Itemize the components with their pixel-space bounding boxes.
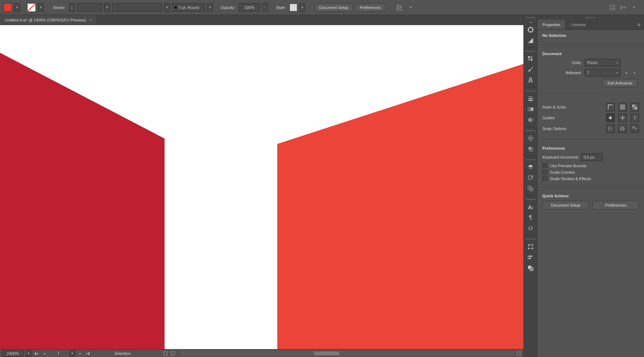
transparency-panel-icon[interactable] [524,115,537,125]
libraries-tab[interactable]: Libraries [566,20,591,29]
color-guide-panel-icon[interactable] [524,35,537,46]
dock-grip-7[interactable] [524,237,537,241]
gradient-panel-icon[interactable] [524,104,537,115]
align-flyout-dropdown[interactable]: ▾ [408,3,414,12]
artboard-number-input[interactable]: 7 [49,350,67,357]
transparency-grid-icon[interactable] [630,103,639,111]
svg-rect-38 [528,248,529,249]
grid-toggle-icon[interactable] [618,103,627,111]
show-guides-icon[interactable] [606,114,615,122]
stroke-color-dropdown[interactable]: ▾ [38,3,44,12]
status-mode-flyout[interactable]: ▸ [163,351,168,356]
snap-to-grid-icon[interactable] [618,124,627,133]
dock-grip-3[interactable] [524,89,537,93]
style-dropdown[interactable]: ▾ [299,3,305,12]
artboards-panel-icon[interactable] [524,183,537,194]
keyboard-increment-label: Keyboard Increment: [542,155,579,159]
horizontal-scrollbar[interactable] [181,351,514,356]
preferences-button[interactable]: Preferences [355,3,386,12]
fill-dropdown[interactable]: ▾ [14,3,20,12]
ruler-toggle-icon[interactable] [606,103,615,111]
smart-guides-icon[interactable] [630,114,639,122]
zoom-level-input[interactable]: 2400% [2,350,24,357]
properties-tab[interactable]: Properties [537,20,566,29]
document-setup-button[interactable]: Document Setup [314,3,353,12]
keyboard-increment-input[interactable]: 0,5 px [581,153,602,161]
opacity-input[interactable]: 100% [239,3,260,12]
brushes-panel-icon[interactable] [524,64,537,75]
svg-rect-56 [633,127,634,128]
opacity-label: Opacity: [219,5,236,10]
stroke-profile-display[interactable] [112,3,162,12]
stroke-weight-stepper[interactable]: ▲▼ [69,3,75,12]
dock-grip-6[interactable] [524,197,537,202]
quick-document-setup-button[interactable]: Document Setup [542,201,589,209]
dock-grip-4[interactable] [524,129,537,133]
stroke-panel-icon[interactable] [524,93,537,104]
next-artboard-icon[interactable]: ▸ [632,70,638,76]
svg-rect-6 [610,8,612,10]
brush-dropdown-pre[interactable]: ▾ [164,3,170,12]
canvas[interactable] [0,25,523,349]
zoom-dropdown[interactable]: ▾ [26,350,31,357]
align-panel-icon[interactable] [524,252,537,263]
next-artboard-button[interactable]: ▸ [77,351,83,356]
use-preview-bounds-checkbox[interactable] [542,163,547,168]
svg-rect-39 [532,248,533,249]
paragraph-panel-icon[interactable]: ¶ [524,212,537,223]
character-panel-icon[interactable]: A| [524,202,537,212]
snap-to-point-icon[interactable] [606,124,615,133]
artboard-select[interactable]: 7▾ [585,69,620,77]
snap-options-label: Snap Options [542,126,566,131]
status-mode: Selection [93,351,161,356]
fill-color-swatch[interactable] [4,3,12,12]
document-tab[interactable]: Untitled-4.ai* @ 2400% (CMYK/GPU Preview… [0,15,97,25]
scale-strokes-label: Scale Strokes & Effects [550,177,591,181]
brush-definition-select[interactable]: 5 pt. Round [172,3,205,12]
units-select[interactable]: Pixels▾ [585,59,620,67]
properties-panel: Properties Libraries ≡ No Selection Docu… [537,15,644,357]
first-artboard-button[interactable]: ▮◂ [34,351,39,356]
graphic-styles-panel-icon[interactable] [524,144,537,154]
opacity-flyout[interactable]: › [262,3,268,12]
dock-grip-2[interactable] [524,49,537,53]
edit-artboards-button[interactable]: Edit Artboards [602,79,638,87]
layers-panel-icon[interactable] [524,162,537,173]
stroke-weight-input[interactable] [77,3,102,12]
stroke-profile-dropdown[interactable]: ▾ [104,3,110,12]
presentation-mode-icon[interactable] [610,5,615,10]
lock-guides-icon[interactable] [618,114,627,122]
last-artboard-button[interactable]: ▸▮ [85,351,91,356]
transform-panel-icon[interactable] [524,241,537,252]
swatches-panel-icon[interactable] [524,53,537,64]
arrange-documents-dropdown[interactable]: ▾ [631,3,637,12]
opentype-panel-icon[interactable]: O [524,223,537,234]
quick-preferences-button[interactable]: Preferences [592,201,639,209]
document-tab-title: Untitled-4.ai* @ 2400% (CMYK/GPU Preview… [5,18,86,22]
panel-menu-icon[interactable]: ≡ [634,20,644,29]
hscroll-right-arrow[interactable]: ▸ [516,351,521,356]
document-tab-close[interactable]: × [89,18,92,22]
graphic-style-swatch[interactable] [289,4,297,11]
symbols-panel-icon[interactable] [524,75,537,86]
scale-strokes-checkbox[interactable] [542,176,547,181]
horizontal-scroll-thumb[interactable] [314,352,339,355]
pathfinder-panel-icon[interactable] [524,263,537,274]
prev-artboard-icon[interactable]: ◂ [623,70,629,76]
align-flyout-icon[interactable] [394,4,406,11]
artboard-list-dropdown[interactable]: ▾ [69,350,75,357]
properties-panel-grip[interactable] [537,15,644,20]
brush-dropdown[interactable]: ▾ [207,3,213,12]
appearance-panel-icon[interactable] [524,133,537,144]
dock-grip-5[interactable] [524,158,537,162]
arrange-documents-icon[interactable] [620,5,626,10]
snap-to-pixel-icon[interactable] [630,124,639,133]
stroke-none-swatch[interactable] [27,3,36,12]
asset-export-panel-icon[interactable] [524,173,537,183]
scale-corners-checkbox[interactable] [542,170,547,174]
hscroll-left-arrow[interactable]: ◂ [170,351,175,356]
brush-dot-icon [175,6,177,9]
color-panel-icon[interactable] [524,24,537,35]
prev-artboard-button[interactable]: ◂ [42,351,47,356]
dock-grip[interactable] [524,15,537,20]
